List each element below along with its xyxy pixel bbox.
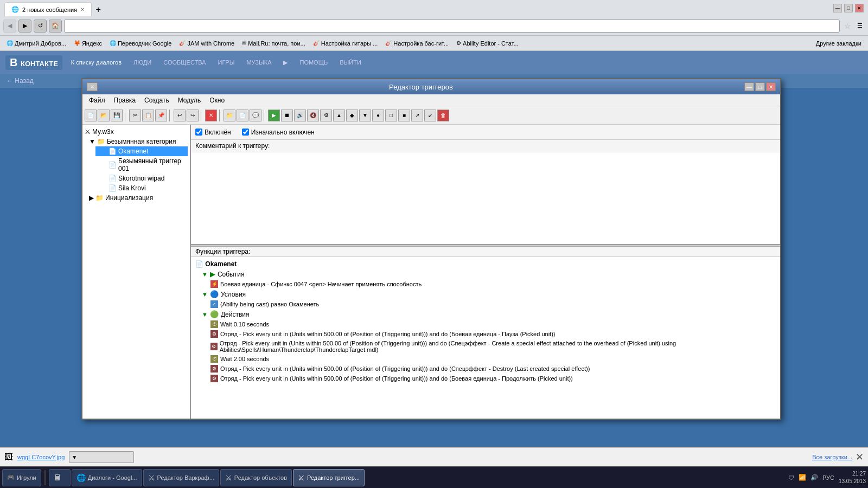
tb-sound2[interactable]: 🔇: [307, 110, 319, 121]
cb-enabled[interactable]: [195, 129, 202, 136]
trigger-action-0[interactable]: ⏱ Wait 0.10 seconds: [195, 319, 776, 329]
all-downloads-link[interactable]: Все загрузки...: [812, 454, 852, 460]
vk-nav-logout[interactable]: ВЫЙТИ: [336, 59, 365, 66]
tree-item-okamenet[interactable]: 📄 Okamenet: [95, 146, 188, 156]
tb-cut[interactable]: ✂: [129, 110, 141, 121]
vk-nav-games[interactable]: ИГРЫ: [215, 59, 238, 66]
wc3-minimize-btn[interactable]: —: [744, 82, 754, 91]
tb-settings[interactable]: ⚙: [320, 110, 332, 121]
wc3-menubar: Файл Правка Создать Модуль Окно: [82, 94, 780, 106]
refresh-btn[interactable]: ↺: [34, 20, 47, 33]
vk-nav-communities[interactable]: СООБЩЕСТВА: [160, 59, 209, 66]
taskbar-btn-wc3editor[interactable]: ⚔ Редактор Варкраф...: [143, 469, 219, 486]
events-icon: ▶: [210, 270, 215, 278]
tree-root-item[interactable]: ⚔ My.w3x: [85, 127, 188, 137]
tb-export[interactable]: ↗: [411, 110, 423, 121]
download-close-btn[interactable]: ✕: [856, 451, 864, 463]
chrome-menu[interactable]: ☰: [855, 22, 865, 29]
tb-stop[interactable]: ⏹: [281, 110, 293, 121]
tree-item-skorotnoi[interactable]: 📄 Skorotnoi wipad: [95, 174, 188, 183]
tb-import[interactable]: ↙: [424, 110, 436, 121]
wc3-maximize-btn[interactable]: □: [755, 82, 765, 91]
menu-file[interactable]: Файл: [85, 95, 110, 105]
tb-tri5[interactable]: □: [385, 110, 397, 121]
tb-save[interactable]: 💾: [111, 110, 123, 121]
back-button[interactable]: ← Назад: [7, 77, 34, 85]
taskbar-btn-calc[interactable]: 🖩: [49, 469, 71, 486]
taskbar-btn-chrome[interactable]: 🌐 Диалоги - Googl...: [72, 469, 142, 486]
tb-open[interactable]: 📂: [98, 110, 110, 121]
vk-nav-music[interactable]: МУЗЫКА: [243, 59, 275, 66]
taskbar-btn-wc3objects[interactable]: ⚔ Редактор объектов: [220, 469, 292, 486]
tb-new-cat[interactable]: 📁: [224, 110, 235, 121]
taskbar-btn-wc3triggers[interactable]: ⚔ Редактор триггер...: [293, 469, 365, 486]
page-content: В КОНТАКТЕ К списку диалогов ЛЮДИ СООБЩЕ…: [0, 51, 868, 447]
vk-nav-dialogs[interactable]: К списку диалогов: [68, 59, 125, 66]
tree-item-unnamed001[interactable]: 📄 Безымянный триггер 001: [95, 156, 188, 174]
bookmark-mail[interactable]: ✉ Mail.Ru: почта, пои...: [239, 39, 309, 48]
trigger-action-3[interactable]: ⏱ Wait 2.00 seconds: [195, 354, 776, 364]
tb-paste[interactable]: 📌: [155, 110, 167, 121]
trigger-action-4[interactable]: ⚙ Отряд - Pick every unit in (Units with…: [195, 364, 776, 374]
tb-delete2[interactable]: 🗑: [437, 110, 449, 121]
bookmark-jam[interactable]: 🎸 JAM with Chrome: [176, 39, 238, 48]
tree-category-init-row[interactable]: ▶ 📁 Инициализация: [89, 193, 188, 203]
home-btn[interactable]: 🏠: [49, 20, 62, 33]
tb-tri2[interactable]: ◆: [346, 110, 358, 121]
bookmark-guitar2[interactable]: 🎸 Настройка бас-гит...: [382, 39, 452, 48]
wc3-close-btn[interactable]: ✕: [766, 82, 776, 91]
trigger-action-2[interactable]: ⚙ Отряд - Pick every unit in (Units with…: [195, 339, 776, 354]
bookmark-dmitry[interactable]: 🌐 Дмитрий Добров...: [3, 39, 69, 48]
bookmark-yandex[interactable]: 🦊 Яндекс: [71, 39, 105, 48]
tb-new[interactable]: 📄: [85, 110, 97, 121]
tab-close-btn[interactable]: ✕: [80, 7, 85, 12]
wc3-comment-textarea[interactable]: [191, 152, 780, 244]
bookmark-star[interactable]: ☆: [842, 21, 853, 31]
minimize-btn[interactable]: —: [833, 4, 842, 12]
maximize-btn[interactable]: □: [844, 4, 853, 12]
trigger-action-5[interactable]: ⚙ Отряд - Pick every unit in (Units with…: [195, 374, 776, 383]
bookmark-others[interactable]: Другие закладки: [813, 39, 865, 48]
bookmark-ability[interactable]: ⚙ Ability Editor - Стат...: [453, 39, 522, 48]
menu-module[interactable]: Модуль: [174, 95, 206, 105]
vk-nav-play[interactable]: ▶: [280, 59, 291, 66]
close-btn[interactable]: ✕: [855, 4, 864, 12]
address-bar[interactable]: vk.com/im?peers=51417794&sel=3636540: [64, 20, 840, 33]
menu-create[interactable]: Создать: [140, 95, 174, 105]
cb-initially-enabled[interactable]: [242, 129, 249, 136]
taskbar-start-btn[interactable]: 🎮 Игрули: [2, 469, 41, 486]
tb-tri4[interactable]: ●: [372, 110, 384, 121]
bookmark-translate[interactable]: 🌐 Переводчик Google: [106, 39, 175, 48]
trigger-condition-0[interactable]: ✓ (Ability being cast) равно Окаменеть: [195, 299, 776, 309]
tb-sound1[interactable]: 🔊: [294, 110, 306, 121]
tb-delete[interactable]: ✕: [205, 110, 217, 121]
trigger-event-0[interactable]: ⚡ Боевая единица - Сфинкс 0047 <gen> Нач…: [195, 279, 776, 289]
forward-btn[interactable]: ▶: [18, 20, 31, 33]
tb-tri1[interactable]: ▲: [333, 110, 345, 121]
taskbar-icon-calc: 🖩: [54, 473, 61, 482]
tb-redo[interactable]: ↪: [187, 110, 199, 121]
menu-window[interactable]: Окно: [205, 95, 229, 105]
menu-edit[interactable]: Правка: [110, 95, 141, 105]
vk-nav-help[interactable]: ПОМОЩЬ: [296, 59, 331, 66]
vk-nav-people[interactable]: ЛЮДИ: [130, 59, 155, 66]
new-tab-btn[interactable]: +: [92, 3, 105, 16]
tb-new-trigger[interactable]: 📄: [237, 110, 248, 121]
active-tab[interactable]: 🌐 2 новых сообщения ✕: [4, 2, 92, 16]
download-filename[interactable]: wggLC7ocovY.jpg: [17, 454, 65, 460]
tb-run[interactable]: ▶: [268, 110, 280, 121]
tb-new-comment[interactable]: 💬: [250, 110, 261, 121]
tb-tri6[interactable]: ■: [398, 110, 410, 121]
action-icon-4: ⚙: [210, 365, 218, 373]
action-text-0: Wait 0.10 seconds: [220, 321, 269, 328]
tree-item-sila[interactable]: 📄 Sila Krovi: [95, 183, 188, 193]
trigger-action-1[interactable]: ⚙ Отряд - Pick every unit in (Units with…: [195, 329, 776, 339]
bookmark-guitar1[interactable]: 🎸 Настройка гитары ...: [310, 39, 381, 48]
bookmark-icon-5: 🎸: [313, 40, 320, 46]
tb-undo[interactable]: ↩: [174, 110, 186, 121]
tb-tri3[interactable]: ▼: [359, 110, 371, 121]
download-type-select[interactable]: ▼: [69, 451, 134, 463]
tb-copy[interactable]: 📋: [142, 110, 154, 121]
tree-category-unnamed-row[interactable]: ▼ 📁 Безымянная категория: [89, 137, 188, 146]
back-btn[interactable]: ◀: [3, 20, 16, 33]
